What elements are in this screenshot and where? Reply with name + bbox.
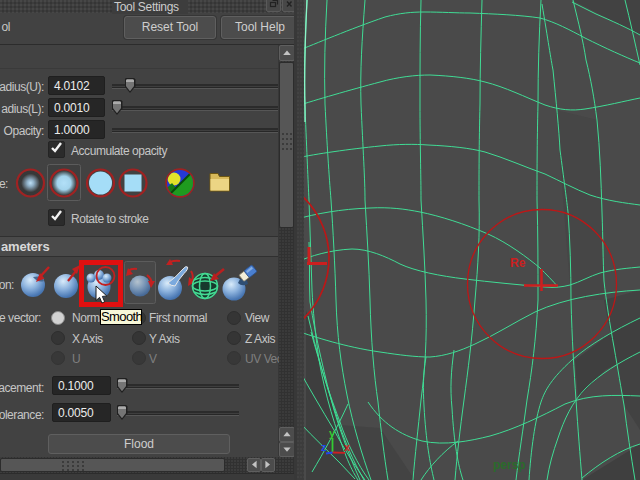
svg-text:y: y: [329, 427, 336, 439]
svg-text:x: x: [344, 441, 351, 453]
svg-text:persp: persp: [493, 458, 526, 472]
svg-text:z: z: [321, 441, 327, 453]
svg-text:Re: Re: [510, 256, 526, 270]
